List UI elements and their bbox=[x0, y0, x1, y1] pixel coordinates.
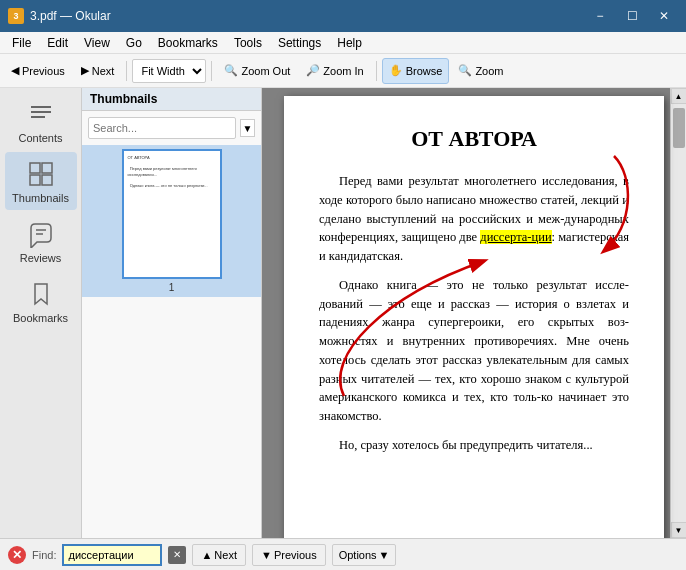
scroll-up-arrow[interactable]: ▲ bbox=[671, 88, 687, 104]
thumbnail-preview: ОТ АВТОРА Перед вами результат многолетн… bbox=[124, 151, 220, 198]
reviews-label: Reviews bbox=[20, 252, 62, 264]
svg-rect-4 bbox=[42, 163, 52, 173]
scroll-thumb[interactable] bbox=[673, 108, 685, 148]
toolbar-separator-2 bbox=[211, 61, 212, 81]
menu-bookmarks[interactable]: Bookmarks bbox=[150, 34, 226, 52]
thumbnails-label: Thumbnails bbox=[12, 192, 69, 204]
find-bar: ✕ Find: ✕ ▲ Next ▼ Previous Options ▼ bbox=[0, 538, 686, 570]
zoom-label: Zoom bbox=[475, 65, 503, 77]
next-button[interactable]: ▶ Next bbox=[74, 58, 122, 84]
svg-rect-5 bbox=[30, 175, 40, 185]
svg-rect-1 bbox=[31, 111, 51, 113]
thumbnails-list: ОТ АВТОРА Перед вами результат многолетн… bbox=[82, 145, 261, 538]
window-controls: − ☐ ✕ bbox=[586, 6, 678, 26]
scroll-track bbox=[672, 104, 686, 522]
menu-tools[interactable]: Tools bbox=[226, 34, 270, 52]
bookmarks-icon bbox=[25, 278, 57, 310]
menu-view[interactable]: View bbox=[76, 34, 118, 52]
svg-rect-0 bbox=[31, 106, 51, 108]
pdf-paragraph-1: Перед вами результат многолетнего исслед… bbox=[319, 172, 629, 266]
content-area[interactable]: ▲ ▼ ОТ АВТОРА Перед вами результат много… bbox=[262, 88, 686, 538]
main-layout: Contents Thumbnails Reviews bbox=[0, 88, 686, 538]
menu-settings[interactable]: Settings bbox=[270, 34, 329, 52]
thumbnail-page-1[interactable]: ОТ АВТОРА Перед вами результат многолетн… bbox=[82, 145, 261, 297]
find-next-button[interactable]: ▲ Next bbox=[192, 544, 246, 566]
pdf-body: Перед вами результат многолетнего исслед… bbox=[319, 172, 629, 455]
sidebar-item-reviews[interactable]: Reviews bbox=[5, 212, 77, 270]
search-filter-button[interactable]: ▼ bbox=[240, 119, 255, 137]
title-bar: 3 3.pdf — Okular − ☐ ✕ bbox=[0, 0, 686, 32]
find-next-label: Next bbox=[214, 549, 237, 561]
toolbar: ◀ Previous ▶ Next Fit Width 🔍 Zoom Out 🔎… bbox=[0, 54, 686, 88]
thumbnail-image-1: ОТ АВТОРА Перед вами результат многолетн… bbox=[122, 149, 222, 279]
find-error-button[interactable]: ✕ bbox=[8, 546, 26, 564]
toolbar-separator-3 bbox=[376, 61, 377, 81]
next-arrow-icon: ▶ bbox=[81, 64, 89, 77]
zoom-in-icon: 🔎 bbox=[306, 64, 320, 77]
menu-file[interactable]: File bbox=[4, 34, 39, 52]
find-next-arrow-icon: ▲ bbox=[201, 549, 212, 561]
zoom-icon: 🔍 bbox=[458, 64, 472, 77]
restore-button[interactable]: ☐ bbox=[618, 6, 646, 26]
panel-header: Thumbnails bbox=[82, 88, 261, 111]
svg-rect-2 bbox=[31, 116, 45, 118]
menu-edit[interactable]: Edit bbox=[39, 34, 76, 52]
find-clear-button[interactable]: ✕ bbox=[168, 546, 186, 564]
toolbar-separator-1 bbox=[126, 61, 127, 81]
find-options-label: Options bbox=[339, 549, 377, 561]
find-options-arrow-icon: ▼ bbox=[379, 549, 390, 561]
browse-icon: ✋ bbox=[389, 64, 403, 77]
previous-button[interactable]: ◀ Previous bbox=[4, 58, 72, 84]
pdf-page: ОТ АВТОРА Перед вами результат многолетн… bbox=[284, 96, 664, 538]
panel-title: Thumbnails bbox=[90, 92, 157, 106]
sidebar: Contents Thumbnails Reviews bbox=[0, 88, 82, 538]
previous-arrow-icon: ◀ bbox=[11, 64, 19, 77]
pdf-heading: ОТ АВТОРА bbox=[319, 126, 629, 152]
sidebar-item-bookmarks[interactable]: Bookmarks bbox=[5, 272, 77, 330]
contents-label: Contents bbox=[18, 132, 62, 144]
next-label: Next bbox=[92, 65, 115, 77]
fit-width-select[interactable]: Fit Width bbox=[132, 59, 206, 83]
zoom-out-button[interactable]: 🔍 Zoom Out bbox=[217, 58, 297, 84]
search-input[interactable] bbox=[88, 117, 236, 139]
zoom-out-icon: 🔍 bbox=[224, 64, 238, 77]
zoom-in-label: Zoom In bbox=[323, 65, 363, 77]
app-icon: 3 bbox=[8, 8, 24, 24]
window-title: 3.pdf — Okular bbox=[30, 9, 111, 23]
contents-icon bbox=[25, 98, 57, 130]
find-label: Find: bbox=[32, 549, 56, 561]
thumbnails-icon bbox=[25, 158, 57, 190]
close-button[interactable]: ✕ bbox=[650, 6, 678, 26]
title-bar-left: 3 3.pdf — Okular bbox=[8, 8, 111, 24]
minimize-button[interactable]: − bbox=[586, 6, 614, 26]
svg-rect-6 bbox=[42, 175, 52, 185]
previous-label: Previous bbox=[22, 65, 65, 77]
menu-go[interactable]: Go bbox=[118, 34, 150, 52]
menu-help[interactable]: Help bbox=[329, 34, 370, 52]
zoom-button[interactable]: 🔍 Zoom bbox=[451, 58, 510, 84]
svg-rect-3 bbox=[30, 163, 40, 173]
browse-label: Browse bbox=[406, 65, 443, 77]
thumbnail-page-label: 1 bbox=[169, 282, 175, 293]
scroll-down-arrow[interactable]: ▼ bbox=[671, 522, 687, 538]
menu-bar: File Edit View Go Bookmarks Tools Settin… bbox=[0, 32, 686, 54]
bookmarks-label: Bookmarks bbox=[13, 312, 68, 324]
pdf-paragraph-2: Однако книга — это не только результат и… bbox=[319, 276, 629, 426]
find-previous-arrow-icon: ▼ bbox=[261, 549, 272, 561]
sidebar-item-contents[interactable]: Contents bbox=[5, 92, 77, 150]
find-options-button[interactable]: Options ▼ bbox=[332, 544, 397, 566]
find-input[interactable] bbox=[62, 544, 162, 566]
find-previous-label: Previous bbox=[274, 549, 317, 561]
reviews-icon bbox=[25, 218, 57, 250]
zoom-in-button[interactable]: 🔎 Zoom In bbox=[299, 58, 370, 84]
find-previous-button[interactable]: ▼ Previous bbox=[252, 544, 326, 566]
pdf-paragraph-partial: Но, сразу хотелось бы предупредить читат… bbox=[319, 436, 629, 455]
vertical-scrollbar[interactable]: ▲ ▼ bbox=[670, 88, 686, 538]
thumbnails-panel: Thumbnails ▼ ОТ АВТОРА Перед вами резуль… bbox=[82, 88, 262, 538]
zoom-out-label: Zoom Out bbox=[241, 65, 290, 77]
highlighted-word-1: диссерта-ции bbox=[480, 230, 551, 244]
sidebar-item-thumbnails[interactable]: Thumbnails bbox=[5, 152, 77, 210]
browse-button[interactable]: ✋ Browse bbox=[382, 58, 450, 84]
panel-search-row: ▼ bbox=[82, 111, 261, 145]
